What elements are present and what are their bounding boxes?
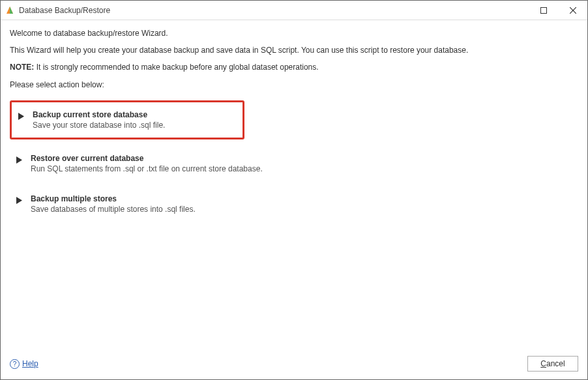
help-text: Help — [22, 359, 38, 368]
app-icon — [5, 5, 15, 16]
intro-text: Welcome to database backup/restore Wizar… — [10, 28, 578, 96]
option-title: Backup multiple stores — [31, 194, 196, 203]
description-text: This Wizard will help you create your da… — [10, 45, 578, 55]
help-link[interactable]: ? Help — [10, 359, 38, 369]
option-restore[interactable]: Restore over current database Run SQL st… — [10, 147, 268, 180]
welcome-text: Welcome to database backup/restore Wizar… — [10, 28, 578, 38]
close-button[interactable] — [558, 1, 587, 20]
maximize-button[interactable] — [529, 1, 558, 20]
cancel-rest: ancel — [546, 359, 565, 368]
select-prompt: Please select action below: — [10, 80, 578, 90]
note-line: NOTE: It is strongly recommended to make… — [10, 62, 578, 72]
option-desc: Run SQL statements from .sql or .txt fil… — [31, 164, 263, 173]
action-options: Backup current store database Save your … — [10, 100, 578, 228]
help-icon: ? — [10, 359, 20, 369]
option-text: Backup current store database Save your … — [33, 110, 165, 130]
play-icon — [16, 156, 23, 164]
svg-marker-5 — [16, 197, 22, 204]
option-desc: Save databases of multiple stores into .… — [31, 205, 196, 214]
note-text: It is strongly recommended to make backu… — [34, 63, 318, 72]
note-label: NOTE: — [10, 63, 34, 72]
option-backup-multiple[interactable]: Backup multiple stores Save databases of… — [10, 188, 244, 220]
window-controls — [529, 1, 587, 20]
cancel-button[interactable]: Cancel — [527, 356, 578, 372]
cancel-underline: C — [540, 359, 546, 368]
option-title: Backup current store database — [33, 110, 165, 119]
option-backup-current[interactable]: Backup current store database Save your … — [10, 100, 244, 139]
option-title: Restore over current database — [31, 154, 263, 163]
wizard-content: Welcome to database backup/restore Wizar… — [1, 20, 587, 351]
play-icon — [16, 197, 23, 204]
svg-rect-0 — [540, 7, 546, 13]
option-text: Restore over current database Run SQL st… — [31, 154, 263, 173]
svg-marker-3 — [18, 113, 24, 120]
option-text: Backup multiple stores Save databases of… — [31, 194, 196, 214]
play-icon — [18, 113, 25, 120]
svg-marker-4 — [16, 156, 22, 164]
title-bar: Database Backup/Restore — [1, 1, 587, 20]
option-desc: Save your store database into .sql file. — [33, 121, 165, 130]
footer: ? Help Cancel — [1, 351, 587, 379]
window-title: Database Backup/Restore — [19, 6, 529, 15]
